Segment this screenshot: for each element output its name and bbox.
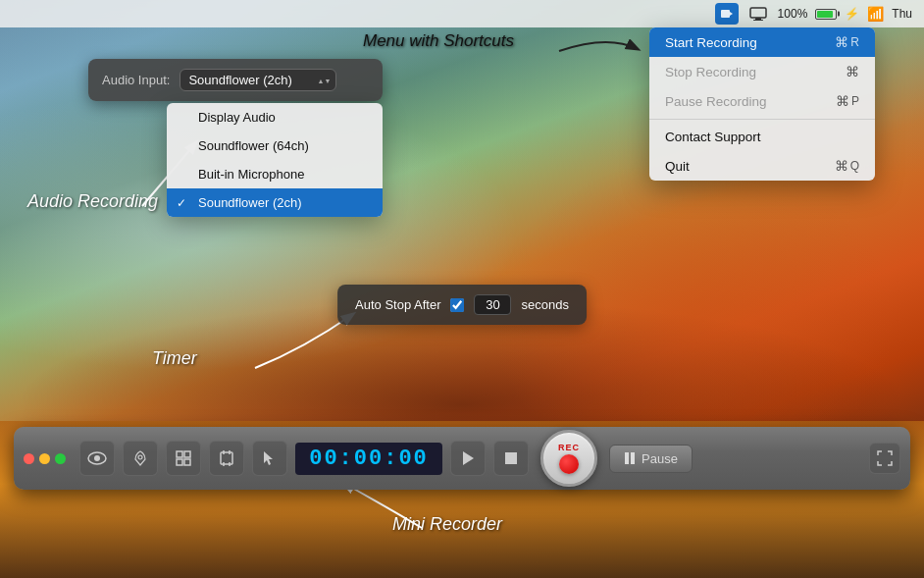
play-button[interactable]	[450, 441, 486, 476]
auto-stop-label: Auto Stop After	[355, 297, 440, 312]
svg-rect-3	[755, 18, 761, 20]
auto-stop-unit: seconds	[522, 297, 569, 312]
clock-display: Thu	[892, 7, 912, 21]
preview-button[interactable]	[79, 441, 115, 476]
svg-rect-12	[221, 452, 232, 464]
svg-rect-0	[721, 10, 730, 18]
battery-percent: 100%	[778, 7, 808, 21]
region-button[interactable]	[166, 441, 201, 476]
auto-stop-value[interactable]	[475, 294, 512, 315]
mini-recorder: 00:00:00 REC Pause	[14, 427, 910, 490]
svg-rect-4	[753, 20, 763, 21]
menubar-rec-icon[interactable]	[715, 3, 739, 25]
audio-option-soundflower-2[interactable]: ✓ Soundflower (2ch)	[167, 188, 383, 217]
timer-display: 00:00:00	[295, 443, 442, 475]
minimize-dot[interactable]	[39, 453, 50, 464]
audio-input-box: Audio Input: Soundflower (2ch)	[88, 59, 383, 101]
timer-container: Auto Stop After seconds	[337, 285, 587, 325]
svg-rect-18	[505, 452, 517, 464]
screen-mirror-icon[interactable]	[746, 5, 770, 23]
audio-input-container: Audio Input: Soundflower (2ch) Display A…	[88, 59, 383, 217]
audio-dropdown: Display Audio Soundflower (64ch) Buit-in…	[167, 103, 383, 217]
menu-item-start-recording[interactable]: Start Recording ⌘R	[649, 27, 875, 57]
audio-option-display-audio[interactable]: Display Audio	[167, 103, 383, 131]
cursor-button[interactable]	[252, 441, 287, 476]
stop-button[interactable]	[493, 441, 529, 476]
svg-rect-20	[631, 452, 635, 464]
pause-label: Pause	[642, 451, 678, 466]
fullscreen-dot[interactable]	[55, 453, 66, 464]
svg-rect-8	[177, 451, 182, 457]
mac-menu: Start Recording ⌘R Stop Recording ⌘ Paus…	[649, 27, 875, 181]
menu-item-quit[interactable]: Quit ⌘Q	[649, 151, 875, 181]
checkmark-icon: ✓	[177, 196, 186, 210]
charging-icon: ⚡	[845, 7, 859, 21]
svg-rect-10	[177, 459, 182, 465]
auto-stop-checkbox[interactable]	[451, 298, 465, 312]
audio-input-label: Audio Input:	[102, 73, 170, 87]
audio-option-builtin-mic[interactable]: Buit-in Microphone	[167, 160, 383, 188]
audio-option-soundflower-64[interactable]: Soundflower (64ch)	[167, 131, 383, 160]
svg-rect-19	[625, 452, 629, 464]
rocket-button[interactable]	[123, 441, 158, 476]
battery-icon	[815, 9, 837, 20]
rec-label: REC	[558, 443, 580, 452]
close-dot[interactable]	[24, 453, 34, 464]
menu-item-contact-support[interactable]: Contact Support	[649, 123, 875, 151]
svg-point-6	[94, 455, 100, 461]
crop-button[interactable]	[209, 441, 244, 476]
svg-rect-11	[184, 459, 190, 465]
rec-circle	[559, 454, 579, 474]
menu-divider-1	[649, 119, 875, 120]
svg-rect-2	[750, 8, 766, 18]
svg-rect-9	[184, 451, 190, 457]
menu-item-pause-recording[interactable]: Pause Recording ⌘P	[649, 86, 875, 116]
pause-button[interactable]: Pause	[609, 445, 693, 473]
audio-input-select[interactable]: Soundflower (2ch)	[180, 69, 336, 91]
menu-item-stop-recording[interactable]: Stop Recording ⌘	[649, 57, 875, 86]
svg-point-7	[138, 455, 142, 459]
window-controls	[24, 453, 66, 464]
menubar: 100% ⚡ 📶 Thu	[0, 0, 924, 27]
svg-marker-1	[730, 12, 733, 16]
svg-marker-17	[463, 451, 474, 465]
rec-button[interactable]: REC	[540, 430, 597, 487]
fullscreen-button[interactable]	[869, 443, 900, 474]
wifi-icon: 📶	[867, 6, 884, 22]
audio-input-select-wrapper[interactable]: Soundflower (2ch)	[180, 69, 336, 91]
